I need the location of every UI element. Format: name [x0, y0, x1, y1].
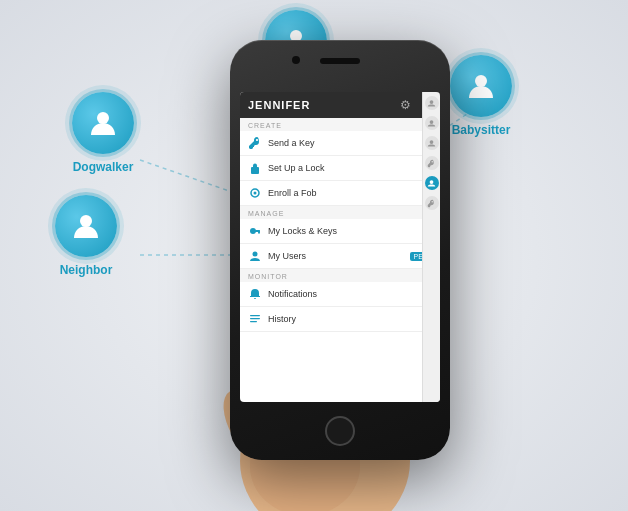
- history-text: History: [268, 314, 429, 324]
- phone-camera: [292, 56, 300, 64]
- sidebar-key-2[interactable]: [425, 196, 439, 210]
- my-users-icon: [248, 249, 262, 263]
- phone-body: JENNIFER ⚙ ≡ CREATE Send a Key ›: [230, 40, 450, 460]
- section-manage: MANAGE: [240, 206, 440, 219]
- menu-item-history[interactable]: History ›: [240, 307, 440, 332]
- svg-rect-16: [251, 167, 259, 174]
- babysitter-avatar: [450, 55, 512, 117]
- menu-item-enroll-fob[interactable]: Enroll a Fob ›: [240, 181, 440, 206]
- babysitter-label: Babysitter: [452, 123, 511, 137]
- locks-keys-icon: [248, 224, 262, 238]
- svg-rect-23: [250, 315, 260, 316]
- sidebar-avatar-2[interactable]: [425, 116, 439, 130]
- svg-rect-24: [250, 318, 260, 319]
- enroll-fob-icon: [248, 186, 262, 200]
- svg-point-5: [97, 112, 109, 124]
- phone-screen: JENNIFER ⚙ ≡ CREATE Send a Key ›: [240, 92, 440, 402]
- sidebar-avatar-1[interactable]: [425, 96, 439, 110]
- bubble-babysitter: Babysitter: [450, 55, 512, 137]
- menu-item-send-key[interactable]: Send a Key ›: [240, 131, 440, 156]
- svg-rect-21: [258, 232, 260, 234]
- setup-lock-text: Set Up a Lock: [268, 163, 429, 173]
- phone-right-sidebar: [422, 92, 440, 402]
- setup-lock-icon: [248, 161, 262, 175]
- send-key-text: Send a Key: [268, 138, 429, 148]
- menu-item-my-users[interactable]: My Users PEN: [240, 244, 440, 269]
- menu-item-locks-keys[interactable]: My Locks & Keys ›: [240, 219, 440, 244]
- bubble-neighbor: Neighbor: [55, 195, 117, 277]
- section-create: CREATE: [240, 118, 440, 131]
- menu-content: CREATE Send a Key › Set Up a Lock ›: [240, 118, 440, 402]
- svg-rect-25: [250, 321, 257, 322]
- app-title: JENNIFER: [248, 99, 310, 111]
- locks-keys-text: My Locks & Keys: [268, 226, 429, 236]
- menu-item-notifications[interactable]: Notifications ›: [240, 282, 440, 307]
- settings-icon[interactable]: ⚙: [398, 98, 412, 112]
- app-header: JENNIFER ⚙ ≡: [240, 92, 440, 118]
- svg-point-6: [475, 75, 487, 87]
- bubble-dogwalker: Dogwalker: [72, 92, 134, 174]
- phone-speaker: [320, 58, 360, 64]
- enroll-fob-text: Enroll a Fob: [268, 188, 429, 198]
- svg-point-27: [430, 120, 434, 124]
- neighbor-avatar: [55, 195, 117, 257]
- neighbor-label: Neighbor: [60, 263, 113, 277]
- dogwalker-label: Dogwalker: [73, 160, 134, 174]
- phone-home-button[interactable]: [325, 416, 355, 446]
- phone: JENNIFER ⚙ ≡ CREATE Send a Key ›: [230, 40, 450, 460]
- menu-item-setup-lock[interactable]: Set Up a Lock ›: [240, 156, 440, 181]
- notifications-text: Notifications: [268, 289, 429, 299]
- sidebar-avatar-3[interactable]: [425, 136, 439, 150]
- svg-point-22: [253, 252, 258, 257]
- sidebar-key-1[interactable]: [425, 156, 439, 170]
- svg-point-28: [430, 140, 434, 144]
- svg-point-29: [430, 180, 434, 184]
- send-key-icon: [248, 136, 262, 150]
- my-users-text: My Users: [268, 251, 410, 261]
- history-icon: [248, 312, 262, 326]
- svg-point-26: [430, 100, 434, 104]
- dogwalker-avatar: [72, 92, 134, 154]
- section-monitor: MONITOR: [240, 269, 440, 282]
- sidebar-avatar-active[interactable]: [425, 176, 439, 190]
- svg-point-7: [80, 215, 92, 227]
- svg-rect-20: [255, 230, 260, 232]
- screen-body: CREATE Send a Key › Set Up a Lock ›: [240, 118, 440, 402]
- notifications-icon: [248, 287, 262, 301]
- svg-point-18: [254, 192, 257, 195]
